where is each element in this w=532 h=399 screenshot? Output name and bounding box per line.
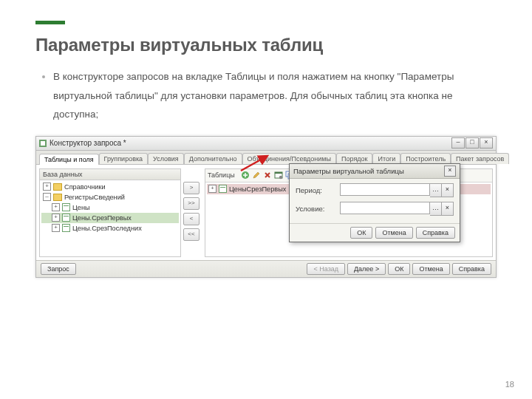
tree-label: Цены.СрезПервых: [72, 213, 132, 223]
window-footer: Запрос < Назад Далее > ОК Отмена Справка: [36, 260, 496, 277]
app-icon: [39, 140, 47, 147]
period-picker-button[interactable]: …: [430, 183, 442, 197]
edit-icon[interactable]: [252, 171, 262, 180]
tab-advanced[interactable]: Дополнительно: [184, 153, 242, 164]
move-buttons: > >> < <<: [181, 166, 202, 260]
tree-label: Справочники: [64, 182, 106, 192]
dialog-titlebar: Параметры виртуальной таблицы ×: [290, 164, 460, 179]
window-min-button[interactable]: –: [451, 137, 465, 149]
dialog-title: Параметры виртуальной таблицы: [293, 167, 404, 175]
tab-conditions[interactable]: Условия: [148, 153, 184, 164]
period-clear-button[interactable]: ×: [442, 183, 454, 197]
period-input[interactable]: [340, 183, 430, 196]
tree-item[interactable]: +Цены.СрезПоследних: [41, 223, 179, 233]
tree-item[interactable]: +Цены: [41, 202, 179, 213]
tab-tables-fields[interactable]: Таблицы и поля: [39, 154, 99, 165]
tree-item[interactable]: –РегистрыСведений: [41, 192, 179, 202]
svg-rect-1: [41, 141, 45, 146]
tables-pane-header: Таблицы: [208, 171, 239, 179]
folder-icon: [53, 183, 62, 191]
database-pane-header: База данных: [40, 169, 180, 180]
svg-point-5: [279, 176, 282, 179]
add-icon[interactable]: [241, 171, 250, 180]
tree-label: Цены.СрезПоследних: [72, 223, 142, 233]
tree-item-selected[interactable]: +Цены.СрезПервых: [41, 213, 179, 223]
svg-rect-4: [275, 172, 282, 174]
tab-totals[interactable]: Итоги: [372, 153, 400, 164]
titlebar: Конструктор запроса * – □ ×: [36, 137, 496, 151]
tree-label: Цены: [72, 202, 90, 213]
period-label: Период:: [296, 186, 335, 194]
tab-joins-aliases[interactable]: Объединения/Псевдонимы: [242, 153, 336, 164]
move-all-left-button[interactable]: <<: [183, 228, 200, 241]
folder-icon: [53, 194, 62, 201]
expand-icon[interactable]: +: [52, 214, 60, 222]
app-window: Конструктор запроса * – □ × Таблицы и по…: [35, 136, 497, 278]
form-row-condition: Условие: …×: [296, 202, 454, 216]
delete-x-icon[interactable]: [263, 171, 273, 180]
table-icon: [62, 224, 70, 232]
bullet-list: В конструкторе запросов на вкладке Табли…: [35, 67, 497, 124]
expand-icon[interactable]: +: [52, 203, 60, 211]
window-title: Конструктор запроса *: [50, 139, 126, 147]
move-right-button[interactable]: >: [183, 182, 200, 194]
table-icon: [62, 203, 70, 211]
tree-label: РегистрыСведений: [64, 192, 125, 202]
vt-params-dialog: Параметры виртуальной таблицы × Период: …: [289, 163, 460, 242]
tab-grouping[interactable]: Группировка: [99, 153, 148, 164]
help-button[interactable]: Справка: [452, 263, 491, 275]
slide-title: Параметры виртуальных таблиц: [35, 35, 497, 55]
window-max-button[interactable]: □: [466, 137, 479, 149]
back-button[interactable]: < Назад: [307, 263, 345, 275]
tree-label: ЦеныСрезПервых: [229, 184, 286, 194]
dialog-help-button[interactable]: Справка: [416, 227, 455, 239]
tab-order[interactable]: Порядок: [336, 153, 372, 164]
ok-button[interactable]: ОК: [388, 263, 410, 275]
cancel-button[interactable]: Отмена: [412, 263, 449, 275]
tree-item[interactable]: +Справочники: [41, 182, 179, 192]
condition-label: Условие:: [296, 205, 335, 213]
tab-builder[interactable]: Построитель: [400, 153, 451, 164]
condition-clear-button[interactable]: ×: [442, 202, 454, 216]
vt-params-icon[interactable]: [274, 171, 284, 180]
dialog-close-button[interactable]: ×: [444, 166, 456, 177]
expand-icon[interactable]: +: [43, 183, 51, 191]
dialog-ok-button[interactable]: ОК: [350, 227, 372, 239]
expand-icon[interactable]: +: [208, 185, 216, 193]
query-button[interactable]: Запрос: [41, 263, 76, 275]
form-row-period: Период: …×: [296, 183, 454, 197]
dialog-cancel-button[interactable]: Отмена: [375, 227, 412, 239]
tab-batch[interactable]: Пакет запросов: [451, 153, 509, 164]
collapse-icon[interactable]: –: [43, 193, 51, 201]
bullet-item: В конструкторе запросов на вкладке Табли…: [53, 67, 497, 124]
database-pane: База данных +Справочники –РегистрыСведен…: [39, 168, 181, 257]
next-button[interactable]: Далее >: [347, 263, 386, 275]
table-icon: [62, 214, 70, 222]
page-number: 18: [505, 380, 514, 389]
condition-input[interactable]: [340, 202, 430, 214]
expand-icon[interactable]: +: [52, 224, 60, 232]
table-icon: [219, 185, 227, 193]
move-left-button[interactable]: <: [183, 213, 200, 225]
move-all-right-button[interactable]: >>: [183, 197, 200, 210]
db-tree[interactable]: +Справочники –РегистрыСведений +Цены +Це…: [40, 180, 180, 235]
window-close-button[interactable]: ×: [480, 137, 493, 149]
accent-bar: [35, 21, 65, 24]
condition-picker-button[interactable]: …: [430, 202, 442, 216]
